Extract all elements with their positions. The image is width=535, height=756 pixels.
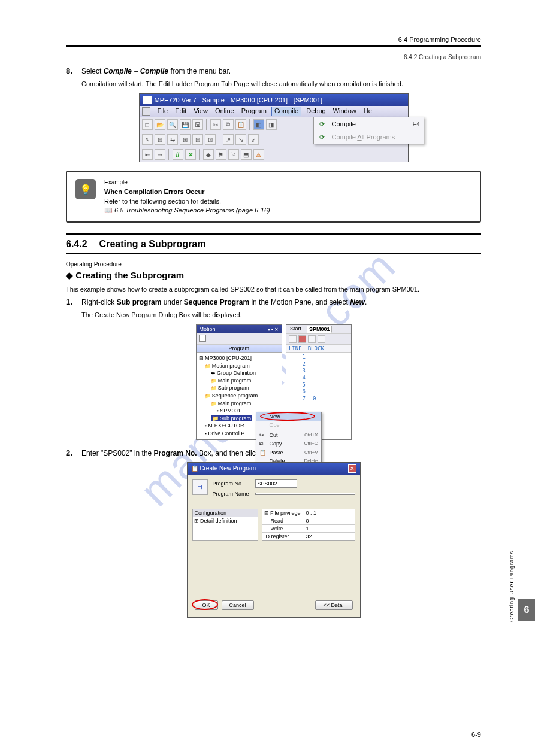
config-header: Configuration (193, 509, 258, 517)
ctx-open: Open (256, 421, 321, 429)
compile-icon: ⟳ (318, 119, 327, 129)
paste-icon[interactable]: 📋 (235, 119, 246, 130)
paste-icon: 📋 (259, 450, 267, 456)
play-icon[interactable]: // (173, 149, 183, 160)
menu-edit[interactable]: Edit (175, 107, 186, 116)
step8-text: Select Compile − Compile from the menu b… (81, 67, 231, 75)
tool-icon[interactable]: ◧ (253, 119, 264, 130)
detail-button[interactable]: << Detail (315, 600, 352, 610)
marker-icon[interactable]: ◆ (203, 149, 214, 160)
cut-icon[interactable]: ✂ (210, 119, 221, 130)
arrow-icon[interactable]: ↖ (142, 134, 153, 145)
ed-icon4[interactable] (318, 335, 325, 343)
pane-controls[interactable]: ▾ ▪ ✕ (268, 327, 279, 332)
section-number: 6.4.2 (66, 239, 87, 250)
open-icon[interactable]: 📂 (155, 119, 165, 130)
arrow3-icon[interactable]: ↙ (248, 134, 259, 145)
callout-body-text: Refer to the following section for detai… (104, 198, 270, 205)
toolbar-row-3: ⇤ ⇥ // ✕ ◆ ⚑ ⚐ ⬒ ⚠ (140, 147, 408, 162)
save-all-icon[interactable]: 🖫 (192, 119, 203, 130)
compile-dropdown: ⟳ Compile F4 ⟳ Compile All Programs (313, 117, 424, 144)
system-icon (142, 107, 150, 116)
tree-main-program2[interactable]: Main program (199, 400, 279, 408)
menu-file[interactable]: File (158, 107, 168, 116)
ctx-cut[interactable]: ✂ Cut Ctrl+X (256, 431, 321, 439)
step1-text: Right-click Sub program under Sequence P… (81, 298, 367, 306)
toggle-icon[interactable]: ⇆ (167, 134, 178, 145)
properties-table: ⊟ File privilege0 . 1 Read0 Write1 D reg… (262, 509, 355, 541)
step8-number: 8. (66, 66, 77, 75)
tab-start[interactable]: Start (288, 326, 303, 333)
example-callout: 💡 Example When Compilation Errors Occur … (66, 171, 481, 223)
dialog-title: 📋 Create New Program (191, 465, 256, 472)
arrow1-icon[interactable]: ↗ (223, 134, 234, 145)
cut-icon: ✂ (259, 432, 267, 438)
col-block: BLOCK (308, 345, 324, 351)
flag3-icon[interactable]: ⬒ (241, 149, 252, 160)
cancel-button[interactable]: Cancel (222, 600, 254, 610)
app-icon (143, 96, 152, 104)
callout-ref: 6.5 Troubleshooting Sequence Programs (p… (114, 207, 270, 214)
ed-icon2[interactable] (298, 335, 306, 343)
menu-compile[interactable]: Compile (271, 107, 301, 116)
tool2-icon[interactable]: ◨ (266, 119, 277, 130)
program-type-icon: ⇉ (192, 479, 208, 495)
rung1-icon[interactable]: ⊞ (180, 134, 191, 145)
warn-icon[interactable]: ⚠ (253, 149, 264, 160)
dropdown-compile[interactable]: ⟳ Compile F4 (314, 117, 424, 130)
program-header: Program (197, 345, 282, 353)
tree-main-program[interactable]: Main program (199, 377, 279, 385)
copy-icon[interactable]: ⧉ (223, 119, 234, 130)
tree-motion-program[interactable]: Motion program (199, 362, 279, 370)
menu-view[interactable]: View (194, 107, 208, 116)
menu-program[interactable]: Program (241, 107, 267, 116)
ed-icon1[interactable] (289, 335, 297, 343)
motion-title: Motion (200, 326, 216, 332)
indent-in-icon[interactable]: ⇥ (155, 149, 165, 160)
ctx-copy[interactable]: ⧉ Copy Ctrl+C (256, 439, 321, 448)
lightbulb-icon: 💡 (75, 179, 96, 199)
cross-icon[interactable]: ✕ (185, 149, 196, 160)
flag2-icon[interactable]: ⚐ (228, 149, 239, 160)
ctx-new[interactable]: New (256, 412, 321, 421)
menu-help[interactable]: He (364, 107, 372, 116)
new-icon[interactable]: □ (142, 119, 153, 130)
menu-window[interactable]: Window (333, 107, 356, 116)
mpe720-window: MPE720 Ver.7 - Sample - MP3000 [CPU-201]… (139, 93, 409, 162)
tree-sequence-program[interactable]: Sequence program (199, 392, 279, 400)
window-title: MPE720 Ver.7 - Sample - MP3000 [CPU-201]… (155, 96, 323, 104)
indent-out-icon[interactable]: ⇤ (142, 149, 153, 160)
step8-body: Compilation will start. The Edit Ladder … (81, 80, 481, 87)
program-name-label: Program Name (213, 491, 252, 497)
arrow2-icon[interactable]: ↘ (235, 134, 246, 145)
ed-icon3[interactable] (308, 335, 316, 343)
program-name-input[interactable] (255, 493, 355, 495)
dropdown-compile-all: ⟳ Compile All Programs (314, 130, 424, 144)
ok-button[interactable]: OK (195, 600, 218, 610)
tab-spm001[interactable]: SPM001 (307, 326, 333, 333)
tree-sub-program[interactable]: Sub program (199, 384, 279, 392)
program-no-label: Program No. (213, 481, 252, 487)
header-icon[interactable]: ⊟ (155, 134, 165, 145)
tree-root[interactable]: ⊟ MP3000 [CPU-201] (199, 354, 279, 362)
motion-pane-screenshot: Motion ▾ ▪ ✕ Program ⊟ MP3000 [CPU-201] … (196, 324, 352, 440)
rung2-icon[interactable]: ⊟ (192, 134, 203, 145)
save-icon[interactable]: 💾 (180, 119, 191, 130)
menu-online[interactable]: Online (215, 107, 234, 116)
step1-body: The Create New Program Dialog Box will b… (81, 311, 481, 318)
section-title: Creating a Subprogram (99, 239, 206, 250)
menu-debug[interactable]: Debug (306, 107, 325, 116)
detail-definition[interactable]: Detail definition (200, 518, 237, 524)
tree-group-def[interactable]: ⬌ Group Definition (199, 369, 279, 377)
tree-tool-icon[interactable] (199, 335, 206, 342)
callout-tag: Example (104, 179, 270, 186)
rung3-icon[interactable]: ⊡ (205, 134, 216, 145)
find-icon[interactable]: 🔍 (167, 119, 178, 130)
close-icon[interactable]: ✕ (348, 464, 356, 473)
program-no-input[interactable]: SPS002 (255, 479, 297, 488)
ctx-paste[interactable]: 📋 Paste Ctrl+V (256, 448, 321, 457)
step2-number: 2. (66, 448, 77, 457)
flag1-icon[interactable]: ⚑ (216, 149, 226, 160)
editor-body[interactable]: 1 2 3 4 5 6 70 (286, 353, 351, 404)
config-tree[interactable]: Configuration ⊞ Detail definition (192, 509, 258, 541)
